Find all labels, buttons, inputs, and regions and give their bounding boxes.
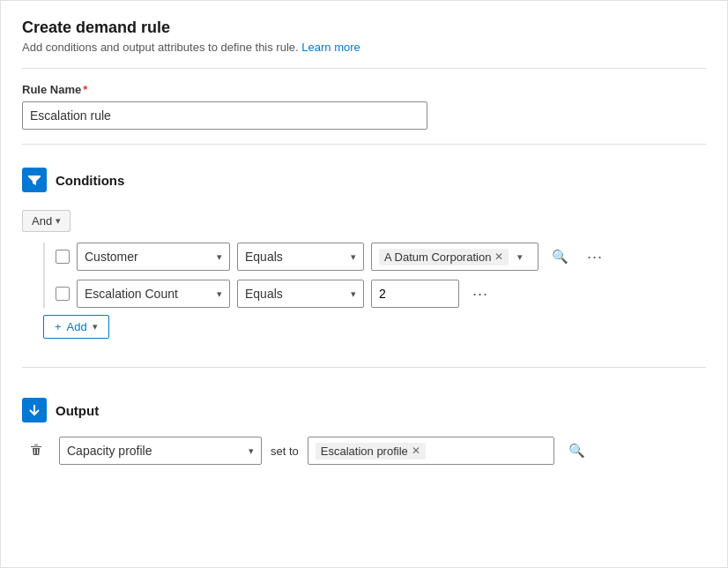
conditions-title: Conditions [56,173,124,188]
condition-1-tag-close[interactable]: ✕ [494,251,503,262]
add-condition-button[interactable]: + Add ▾ [43,315,109,339]
output-delete-button[interactable] [22,437,50,465]
add-plus-icon: + [55,320,62,333]
trash-icon [29,443,43,460]
output-search-icon: 🔍 [568,443,585,459]
output-section: Output Capacity profile ▾ set to Escalat… [22,382,706,479]
add-chevron-icon: ▾ [93,321,98,333]
output-value-field[interactable]: Escalation profile ✕ [308,437,554,465]
rule-name-section: Rule Name* [22,83,706,130]
search-1-icon: 🔍 [552,249,568,265]
value-1-chevron-icon: ▾ [517,251,523,263]
condition-2-value-input[interactable] [371,280,459,308]
page-subtitle: Add conditions and output attributes to … [22,41,706,54]
condition-1-search-button[interactable]: 🔍 [546,243,574,271]
conditions-area: And ▾ Customer ▾ Equals ▾ [22,203,706,353]
field-1-chevron-icon: ▾ [217,251,222,263]
condition-1-more-button[interactable]: ··· [581,243,609,271]
field-2-chevron-icon: ▾ [217,288,222,300]
output-field-chevron-icon: ▾ [249,445,254,457]
page-title: Create demand rule [22,19,706,37]
output-value-tag: Escalation profile ✕ [316,443,426,460]
page-header: Create demand rule Add conditions and ou… [22,19,706,54]
divider-2 [22,144,706,145]
condition-1-field-select[interactable]: Customer ▾ [77,243,230,271]
conditions-list: Customer ▾ Equals ▾ A Datum Corporation … [43,243,706,308]
condition-2-operator-select[interactable]: Equals ▾ [237,280,364,308]
rule-name-label: Rule Name* [22,83,706,96]
and-operator-button[interactable]: And ▾ [22,210,71,232]
condition-1-value-field[interactable]: A Datum Corporation ✕ ▾ [371,243,539,271]
output-row: Capacity profile ▾ set to Escalation pro… [22,437,706,465]
condition-2-field-select[interactable]: Escalation Count ▾ [77,280,230,308]
set-to-label: set to [271,445,299,458]
output-header: Output [22,389,706,433]
output-tag-close[interactable]: ✕ [412,445,420,456]
output-icon [22,398,47,422]
conditions-icon [22,168,47,192]
more-2-icon: ··· [472,285,488,303]
and-chevron-icon: ▾ [56,215,61,227]
condition-1-tag: A Datum Corporation ✕ [379,249,509,265]
condition-1-checkbox[interactable] [56,250,70,264]
conditions-section: Conditions And ▾ Customer ▾ Equals [22,159,706,353]
output-field-select[interactable]: Capacity profile ▾ [59,437,262,465]
filter-icon [27,173,41,187]
operator-2-chevron-icon: ▾ [351,288,356,300]
required-indicator: * [83,83,87,96]
condition-1-operator-select[interactable]: Equals ▾ [237,243,364,271]
condition-2-more-button[interactable]: ··· [466,280,494,308]
rule-name-input[interactable] [22,101,427,130]
operator-1-chevron-icon: ▾ [351,251,356,263]
condition-row-1: Customer ▾ Equals ▾ A Datum Corporation … [56,243,706,271]
output-title: Output [56,403,99,418]
condition-2-checkbox[interactable] [56,287,70,301]
divider-3 [22,367,706,368]
output-arrow-icon [27,403,41,417]
condition-row-2: Escalation Count ▾ Equals ▾ ··· [56,280,706,308]
conditions-header: Conditions [22,159,706,203]
more-1-icon: ··· [587,248,603,266]
output-search-button[interactable]: 🔍 [563,437,591,465]
learn-more-link[interactable]: Learn more [301,41,360,54]
page-container: Create demand rule Add conditions and ou… [0,0,728,568]
divider-1 [22,68,706,69]
